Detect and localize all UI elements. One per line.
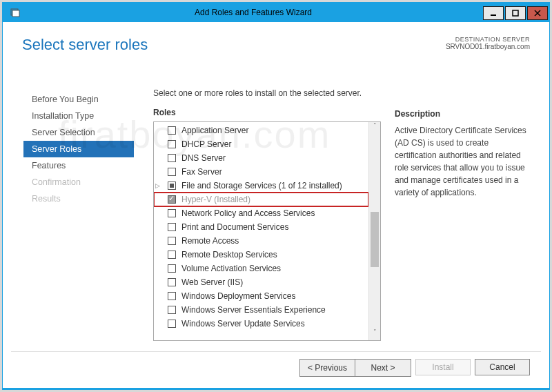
role-item[interactable]: Windows Server Update Services <box>154 317 368 331</box>
wizard-nav: Before You BeginInstallation TypeServer … <box>23 91 134 207</box>
next-button[interactable]: Next > <box>355 360 411 376</box>
checkbox[interactable] <box>168 251 176 259</box>
nav-item-server-roles[interactable]: Server Roles <box>23 141 134 157</box>
role-label: DNS Server <box>181 153 226 163</box>
roles-list[interactable]: Application ServerDHCP ServerDNS ServerF… <box>154 122 368 340</box>
checkbox[interactable] <box>168 223 176 231</box>
nav-button-group: < Previous Next > <box>299 359 411 377</box>
scroll-thumb[interactable] <box>371 212 379 267</box>
checkbox[interactable] <box>168 320 176 328</box>
close-button[interactable] <box>527 6 548 20</box>
maximize-button[interactable] <box>505 6 526 20</box>
titlebar[interactable]: Add Roles and Features Wizard <box>3 3 549 22</box>
checkbox[interactable] <box>168 237 176 245</box>
checkbox[interactable] <box>168 154 176 162</box>
window-title: Add Roles and Features Wizard <box>23 8 483 17</box>
scrollbar[interactable]: ˄ ˅ <box>368 122 380 340</box>
role-label: Print and Document Services <box>181 222 288 232</box>
role-label: Remote Desktop Services <box>181 250 277 259</box>
page-title: Select server roles <box>22 36 148 54</box>
divider <box>11 351 541 352</box>
checkbox[interactable] <box>168 292 176 300</box>
checkbox[interactable] <box>168 182 176 190</box>
role-item[interactable]: Fax Server <box>154 165 368 179</box>
role-label: Windows Server Essentials Experience <box>181 305 326 315</box>
role-item[interactable]: Application Server <box>154 124 368 137</box>
expand-icon[interactable]: ▷ <box>155 182 160 189</box>
role-item[interactable]: ▷File and Storage Services (1 of 12 inst… <box>154 179 368 193</box>
svg-rect-1 <box>12 10 19 17</box>
role-item[interactable]: Remote Access <box>154 234 368 248</box>
role-item[interactable]: Volume Activation Services <box>154 262 368 275</box>
instruction-text: Select one or more roles to install on t… <box>153 88 530 98</box>
svg-rect-3 <box>513 10 518 16</box>
nav-item-confirmation: Confirmation <box>23 174 134 190</box>
description-header: Description <box>395 108 530 120</box>
role-label: Remote Access <box>181 236 239 246</box>
app-icon <box>7 4 23 21</box>
role-item[interactable]: Hyper-V (Installed) <box>154 193 368 206</box>
role-item[interactable]: Print and Document Services <box>154 220 368 234</box>
roles-header: Roles <box>153 108 381 117</box>
role-label: DHCP Server <box>181 139 231 149</box>
role-item[interactable]: Windows Server Essentials Experience <box>154 303 368 317</box>
nav-item-installation-type[interactable]: Installation Type <box>23 108 134 124</box>
scroll-track[interactable] <box>369 134 380 329</box>
role-label: Hyper-V (Installed) <box>181 195 250 204</box>
minimize-button[interactable] <box>483 6 504 20</box>
role-label: File and Storage Services (1 of 12 insta… <box>181 181 342 190</box>
role-item[interactable]: Remote Desktop Services <box>154 248 368 262</box>
nav-item-server-selection[interactable]: Server Selection <box>23 124 134 141</box>
roles-listbox: Application ServerDHCP ServerDNS ServerF… <box>153 121 381 341</box>
scroll-down-button[interactable]: ˅ <box>369 329 380 340</box>
role-item[interactable]: Network Policy and Access Services <box>154 206 368 220</box>
checkbox[interactable] <box>168 140 176 148</box>
checkbox[interactable] <box>168 168 176 176</box>
role-label: Network Policy and Access Services <box>181 208 315 218</box>
checkbox[interactable] <box>168 278 176 286</box>
role-label: Windows Deployment Services <box>181 291 295 301</box>
role-label: Volume Activation Services <box>181 264 281 273</box>
install-button[interactable]: Install <box>415 359 471 375</box>
wizard-buttons: < Previous Next > Install Cancel <box>299 359 530 377</box>
nav-item-before-you-begin[interactable]: Before You Begin <box>23 91 134 108</box>
nav-item-features[interactable]: Features <box>23 157 134 174</box>
wizard-body: firatboyan.com Select server roles DESTI… <box>3 22 549 388</box>
description-text: Active Directory Certificate Services (A… <box>395 124 530 199</box>
nav-item-results: Results <box>23 190 134 207</box>
checkbox[interactable] <box>168 126 176 135</box>
role-label: Fax Server <box>181 167 222 177</box>
destination-block: DESTINATION SERVER SRVNOD01.firatboyan.c… <box>446 36 530 54</box>
window-controls <box>483 5 549 20</box>
role-item[interactable]: Web Server (IIS) <box>154 275 368 289</box>
role-item[interactable]: DHCP Server <box>154 137 368 151</box>
checkbox[interactable] <box>168 195 176 204</box>
role-label: Application Server <box>181 126 248 135</box>
scroll-up-button[interactable]: ˄ <box>369 122 380 134</box>
checkbox[interactable] <box>168 264 176 273</box>
role-label: Web Server (IIS) <box>181 277 243 287</box>
checkbox[interactable] <box>168 306 176 314</box>
role-item[interactable]: DNS Server <box>154 151 368 165</box>
destination-server: SRVNOD01.firatboyan.com <box>446 43 530 50</box>
previous-button[interactable]: < Previous <box>300 360 355 376</box>
destination-label: DESTINATION SERVER <box>446 36 530 43</box>
window-frame: Add Roles and Features Wizard firatboyan… <box>2 2 550 390</box>
role-item[interactable]: Windows Deployment Services <box>154 289 368 303</box>
role-label: Windows Server Update Services <box>181 319 305 329</box>
checkbox[interactable] <box>168 209 176 217</box>
cancel-button[interactable]: Cancel <box>475 359 530 375</box>
